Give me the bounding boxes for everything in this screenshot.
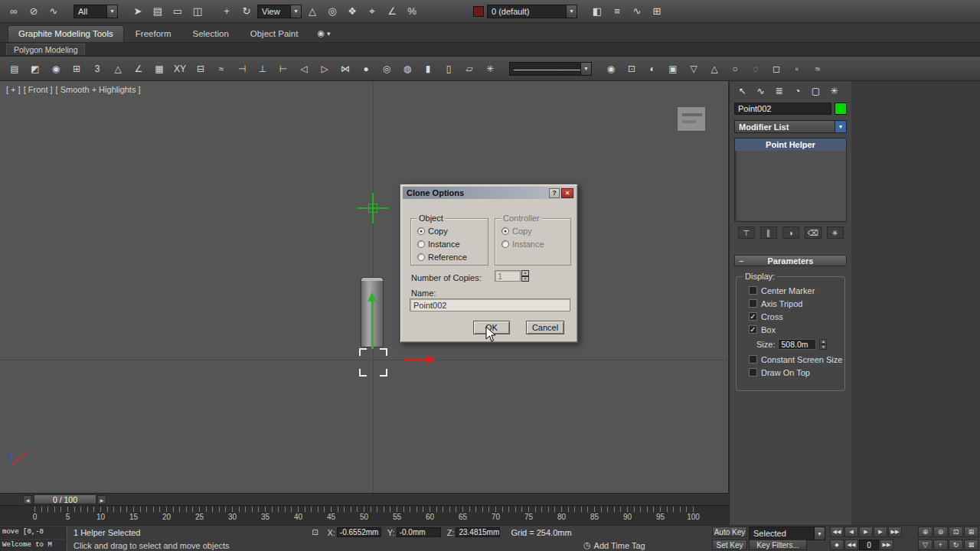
grid-align-icon[interactable]: ⊟: [191, 60, 211, 78]
cancel-button[interactable]: Cancel: [526, 321, 564, 334]
chevron-down-icon[interactable]: ▾: [327, 30, 331, 37]
motion-tab-icon[interactable]: ◔: [789, 83, 805, 99]
clone-name-input[interactable]: Point002: [410, 298, 570, 311]
inset-faces-icon[interactable]: ▫: [787, 60, 807, 78]
percent-snap-toggle-icon[interactable]: %: [403, 3, 421, 20]
chevron-down-icon[interactable]: ▼: [106, 5, 117, 18]
play-animation-icon[interactable]: ▶: [859, 527, 873, 537]
close-icon[interactable]: ✕: [561, 188, 573, 198]
pin-stack-icon[interactable]: ⊤: [738, 227, 755, 239]
next-key-icon[interactable]: ▶▶: [880, 540, 893, 550]
dialog-title-bar[interactable]: Clone Options ? ✕: [403, 187, 575, 199]
radio-row-copy[interactable]: ●Copy: [495, 224, 570, 237]
point-helper-clone[interactable]: [358, 193, 388, 223]
ribbon-tab-graphite-modeling-tools[interactable]: Graphite Modeling Tools: [8, 25, 124, 42]
ribbon-tab-freeform[interactable]: Freeform: [126, 26, 181, 42]
align-left-icon[interactable]: ⊣: [232, 60, 252, 78]
display-tab-icon[interactable]: ▢: [808, 83, 824, 99]
distance-connect-icon[interactable]: ⋈: [335, 60, 355, 78]
torus-primitive-icon[interactable]: ◎: [377, 60, 397, 78]
configure-modifier-sets-icon[interactable]: ✳: [827, 227, 844, 239]
time-slider-prev-icon[interactable]: ◀: [23, 495, 32, 504]
move-gizmo-x-axis[interactable]: [404, 359, 427, 361]
macro-recorder-line[interactable]: move [0,-8: [0, 527, 67, 539]
field-of-view-icon[interactable]: ▽: [918, 540, 933, 550]
chevron-down-icon[interactable]: ▼: [835, 121, 846, 132]
checkbox-row-center-marker[interactable]: Center Marker: [740, 284, 841, 297]
unlink-selection-icon[interactable]: ⊘: [24, 3, 43, 20]
align-icon[interactable]: ≡: [608, 3, 626, 20]
auto-key-button[interactable]: Auto Key: [712, 527, 747, 537]
maxscript-listener-line[interactable]: Welcome to M: [0, 540, 67, 551]
help-button[interactable]: ?: [549, 188, 560, 198]
checkbox[interactable]: ✓: [749, 312, 757, 321]
shrink-selection-icon[interactable]: ▽: [684, 60, 704, 78]
checkbox[interactable]: [749, 368, 757, 377]
checkbox[interactable]: [749, 355, 757, 364]
radio-row-reference[interactable]: Reference: [411, 250, 488, 263]
checkbox-row-axis-tripod[interactable]: Axis Tripod: [740, 297, 841, 310]
next-frame-icon[interactable]: ▶: [874, 527, 887, 537]
use-nurms-icon[interactable]: ◉: [46, 60, 66, 78]
previous-frame-icon[interactable]: ◀: [844, 527, 858, 537]
sphere-primitive-icon[interactable]: ●: [356, 60, 376, 78]
size-spinner[interactable]: ▲▼: [819, 339, 827, 350]
spinner-down-icon[interactable]: ▼: [521, 276, 529, 282]
select-and-scale-icon[interactable]: △: [303, 3, 322, 20]
symmetry-tool-icon[interactable]: △: [108, 60, 128, 78]
mirror-icon[interactable]: ◧: [588, 3, 606, 20]
radio-button[interactable]: [417, 240, 425, 248]
layer-dropdown[interactable]: 0 (default) ▼: [487, 5, 577, 18]
plane-primitive-icon[interactable]: ▱: [459, 60, 479, 78]
align-right-icon[interactable]: ⊢: [273, 60, 293, 78]
object-color-swatch[interactable]: [835, 103, 847, 115]
checkbox-row-constant-screen-size[interactable]: Constant Screen Size: [740, 353, 841, 366]
rectangular-selection-region-icon[interactable]: ▭: [168, 3, 187, 20]
zoom-icon[interactable]: ⊕: [918, 527, 933, 537]
radio-button[interactable]: [501, 240, 509, 248]
ribbon-options-icon[interactable]: ◉: [317, 28, 325, 38]
display-mask-icon[interactable]: ⊡: [622, 60, 642, 78]
parameters-rollout-header[interactable]: − Parameters: [734, 255, 847, 266]
move-gizmo-y-axis[interactable]: [371, 302, 374, 349]
checkbox[interactable]: [749, 286, 757, 295]
show-end-result-toggle-icon[interactable]: ◩: [25, 60, 45, 78]
panel-tab-polygon-modeling[interactable]: Polygon Modeling: [6, 44, 85, 56]
relax-tool-icon[interactable]: ≈: [211, 60, 231, 78]
viewport-menu-shading[interactable]: [ Smooth + Highlights ]: [56, 85, 141, 94]
ribbon-tab-object-paint[interactable]: Object Paint: [240, 26, 309, 42]
checkbox-row-draw-on-top[interactable]: Draw On Top: [740, 366, 841, 379]
loop-select-icon[interactable]: ◁: [294, 60, 314, 78]
ring-select-icon[interactable]: ▷: [315, 60, 335, 78]
outline-faces-icon[interactable]: ◻: [766, 60, 786, 78]
capsule-primitive-icon[interactable]: ▯: [439, 60, 459, 78]
spinner-down-icon[interactable]: ▼: [819, 344, 827, 350]
zoom-all-icon[interactable]: ⊚: [933, 527, 948, 537]
pan-view-icon[interactable]: +: [933, 540, 948, 550]
cylinder-primitive-icon[interactable]: ▮: [418, 60, 438, 78]
selection-filter-dropdown[interactable]: All ▼: [74, 5, 118, 18]
zoom-extents-all-icon[interactable]: ⊞: [964, 527, 978, 537]
make-unique-icon[interactable]: ◑: [782, 227, 799, 239]
bind-to-space-warp-icon[interactable]: ∿: [44, 3, 63, 20]
scene-object-box[interactable]: [677, 106, 706, 132]
coord-y-field[interactable]: -0.0mm: [397, 527, 441, 537]
viewport-menu-view[interactable]: [ Front ]: [24, 85, 53, 94]
window-crossing-toggle-icon[interactable]: ◫: [188, 3, 207, 20]
viewport-front[interactable]: [ + ] [ Front ] [ Smooth + Highlights ]: [0, 81, 729, 493]
edge-loop-icon[interactable]: ○: [725, 60, 745, 78]
key-filters-button[interactable]: Key Filters...: [749, 540, 807, 550]
spinner-up-icon[interactable]: ▲: [819, 339, 827, 344]
radio-row-copy[interactable]: ●Copy: [411, 224, 488, 237]
select-and-rotate-icon[interactable]: ↻: [237, 3, 256, 20]
preset-dropdown[interactable]: ————————— ▼: [509, 62, 592, 76]
key-mode-toggle-icon[interactable]: ◆: [830, 540, 844, 550]
edge-ring-icon[interactable]: ◌: [746, 60, 766, 78]
select-by-name-icon[interactable]: ▤: [149, 3, 167, 20]
align-bottom-icon[interactable]: ⊥: [253, 60, 273, 78]
number-of-copies-field[interactable]: 1: [495, 270, 521, 282]
chevron-down-icon[interactable]: ▼: [290, 5, 301, 18]
modifier-stack-item-point-helper[interactable]: Point Helper: [735, 139, 846, 151]
coord-x-field[interactable]: -0.6552mm: [337, 527, 381, 537]
time-slider-next-icon[interactable]: ▶: [97, 495, 106, 504]
